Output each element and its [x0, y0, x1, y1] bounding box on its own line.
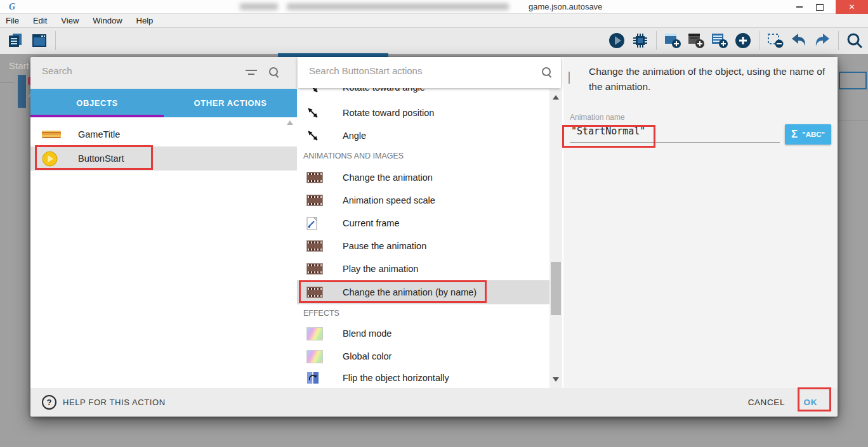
action-row[interactable]: Blend mode — [297, 322, 549, 345]
add-object-icon[interactable] — [663, 31, 682, 50]
film-strip-icon — [569, 72, 570, 84]
scroll-up-icon[interactable] — [287, 120, 293, 125]
action-row[interactable]: Animation speed scale — [297, 189, 549, 212]
play-icon[interactable] — [607, 31, 626, 50]
actions-scrollbar[interactable] — [549, 89, 562, 388]
menu-bar: File Edit View Window Help — [0, 14, 868, 28]
redo-icon[interactable] — [813, 31, 832, 50]
menu-window[interactable]: Window — [86, 16, 129, 25]
ok-button[interactable]: OK — [804, 388, 817, 417]
delete-selection-icon[interactable] — [766, 31, 785, 50]
animation-name-label: Animation name — [570, 113, 625, 122]
film-strip-icon — [306, 195, 323, 206]
help-for-this-action[interactable]: ? HELP FOR THIS ACTION — [42, 388, 166, 417]
film-strip-icon — [306, 240, 323, 252]
background-field-outline — [839, 72, 867, 89]
action-row[interactable]: Global color — [297, 345, 549, 368]
scene-editor-icon[interactable] — [30, 31, 49, 50]
action-row[interactable]: Change the animation — [297, 166, 549, 189]
maximize-icon — [816, 4, 824, 11]
menu-edit[interactable]: Edit — [26, 16, 54, 25]
action-config-panel: Change the animation of the object, usin… — [563, 57, 838, 388]
action-description: Change the animation of the object, usin… — [589, 64, 834, 94]
objects-search-bar — [30, 57, 297, 89]
add-comment-icon[interactable] — [687, 31, 706, 50]
actions-search-bar — [298, 57, 561, 88]
blend-mode-icon — [306, 350, 323, 363]
scroll-down-icon[interactable] — [553, 377, 559, 382]
tab-other-actions[interactable]: OTHER ACTIONS — [164, 89, 297, 117]
action-row[interactable]: Pause the animation — [297, 235, 549, 257]
action-row-selected[interactable]: Change the animation (by name) — [297, 280, 549, 304]
section-header: EFFECTS — [303, 309, 339, 318]
toolbar-divider — [759, 31, 760, 50]
menu-help[interactable]: Help — [129, 16, 161, 25]
background-divider — [838, 120, 868, 120]
rotate-arrow-icon — [306, 129, 323, 142]
menu-file[interactable]: File — [0, 16, 26, 25]
minimize-button[interactable] — [791, 0, 808, 14]
search-icon[interactable] — [542, 67, 552, 77]
choose-action-dialog: OBJECTS OTHER ACTIONS GameTitle ButtonSt… — [30, 57, 838, 417]
sigma-icon: Σ — [791, 128, 798, 141]
objects-search-input[interactable] — [41, 65, 233, 77]
objects-panel-tabs: OBJECTS OTHER ACTIONS — [30, 89, 297, 117]
section-header: ANIMATIONS AND IMAGES — [303, 152, 404, 160]
add-event-icon[interactable] — [710, 31, 729, 50]
dialog-footer: ? HELP FOR THIS ACTION CANCEL OK — [30, 388, 838, 417]
add-sub-event-icon[interactable] — [733, 31, 753, 50]
blend-mode-icon — [306, 327, 323, 340]
window-title: game.json.autosave — [529, 2, 602, 11]
expression-editor-button[interactable]: Σ "ABC" — [785, 124, 831, 145]
list-item-gametitle[interactable]: GameTitle — [30, 122, 297, 146]
scrollbar-thumb[interactable] — [551, 262, 561, 315]
search-icon[interactable] — [845, 31, 864, 50]
main-toolbar — [0, 28, 868, 54]
menu-view[interactable]: View — [54, 16, 86, 25]
action-row[interactable]: Angle — [297, 124, 549, 147]
undo-icon[interactable] — [789, 31, 808, 50]
background-event-bar — [18, 75, 26, 108]
action-row[interactable]: Current frame — [297, 212, 549, 235]
project-manager-icon[interactable] — [6, 31, 25, 50]
minimize-icon — [796, 6, 803, 8]
blurred-title-segment — [240, 3, 278, 10]
list-item-buttonstart[interactable]: ButtonStart — [30, 146, 297, 171]
blurred-title-segment — [287, 3, 509, 10]
tab-objects[interactable]: OBJECTS — [30, 89, 164, 117]
help-icon: ? — [42, 395, 56, 410]
film-strip-icon — [306, 263, 323, 275]
play-button-thumbnail-icon — [42, 151, 63, 167]
actions-search-input[interactable] — [308, 65, 520, 77]
close-button[interactable]: ✕ — [836, 0, 868, 14]
debug-icon[interactable] — [631, 31, 650, 50]
gdevelop-logo-icon: G — [9, 2, 19, 12]
maximize-button[interactable] — [811, 0, 829, 14]
flip-horizontal-icon — [306, 372, 323, 384]
objects-list: GameTitle ButtonStart — [30, 117, 297, 388]
toolbar-divider — [838, 31, 839, 50]
scroll-up-icon[interactable] — [553, 95, 559, 100]
gametitle-thumbnail-icon — [42, 131, 63, 138]
filter-icon[interactable] — [245, 68, 258, 78]
background-divider — [0, 82, 14, 83]
action-row[interactable]: Play the animation — [297, 257, 549, 280]
rotate-arrow-icon — [306, 107, 323, 119]
toolbar-divider — [55, 31, 56, 50]
title-bar: G game.json.autosave ✕ — [0, 0, 868, 14]
frame-icon — [306, 217, 323, 230]
cancel-button[interactable]: CANCEL — [748, 388, 785, 417]
film-strip-icon — [306, 287, 323, 298]
action-row[interactable]: Rotate toward position — [297, 101, 549, 124]
animation-name-input[interactable] — [570, 123, 780, 143]
toolbar-divider — [656, 31, 657, 50]
action-row[interactable]: Flip the object horizontally — [297, 368, 549, 388]
film-strip-icon — [306, 172, 323, 183]
